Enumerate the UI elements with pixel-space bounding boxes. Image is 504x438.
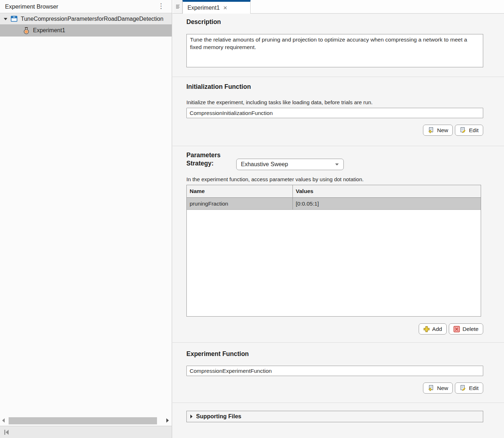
parameters-table-header: Name Values <box>187 185 481 198</box>
document-bar-icon[interactable] <box>173 0 182 13</box>
document-tab-bar: Experiment1 × <box>172 0 504 14</box>
section-experiment-function: Experiment Function New <box>172 343 504 403</box>
strategy-label: Strategy: <box>186 160 214 167</box>
initialization-edit-button[interactable]: Edit <box>455 125 483 136</box>
tree-item-experiment1[interactable]: Experiment1 <box>0 24 172 37</box>
parameters-heading: Parameters <box>186 151 220 159</box>
edit-document-icon <box>460 385 466 391</box>
chevron-down-icon[interactable] <box>4 18 8 20</box>
add-plus-icon <box>423 326 430 332</box>
panel-title: Experiment Browser <box>5 0 58 13</box>
panel-menu-icon[interactable]: ⋮ <box>156 0 166 12</box>
button-label: New <box>437 385 448 391</box>
panel-bottom-bar <box>0 426 172 438</box>
horizontal-scrollbar[interactable] <box>0 416 172 426</box>
experiment-function-edit-button[interactable]: Edit <box>455 382 483 394</box>
experiment-detail-panel: Experiment1 × Description Tune the relat… <box>172 0 504 438</box>
description-heading: Description <box>186 18 221 26</box>
description-textarea[interactable]: Tune the relative amounts of pruning and… <box>186 34 483 67</box>
button-label: Add <box>432 326 442 332</box>
new-document-icon <box>428 127 434 134</box>
scroll-right-icon[interactable] <box>166 418 169 423</box>
close-icon[interactable]: × <box>223 4 227 11</box>
experiment-function-new-button[interactable]: New <box>423 382 453 394</box>
experiment-manager-window: Experiment Browser ⋮ TuneCompressionPara… <box>0 0 504 438</box>
experiment-function-input[interactable] <box>186 366 483 376</box>
parameters-helper-text: In the experiment function, access param… <box>186 176 363 182</box>
initialization-function-input[interactable] <box>186 108 483 118</box>
scroll-left-icon[interactable] <box>2 418 5 423</box>
column-header-name[interactable]: Name <box>187 185 293 197</box>
section-supporting-files: Supporting Files <box>172 403 504 438</box>
parameter-name-cell[interactable]: pruningFraction <box>187 198 293 210</box>
add-parameter-button[interactable]: Add <box>419 323 447 334</box>
section-initialization-function: Initialization Function Initialize the e… <box>172 77 504 146</box>
button-label: New <box>437 127 448 134</box>
project-box-icon <box>11 16 18 22</box>
initialization-new-button[interactable]: New <box>423 125 453 136</box>
supporting-files-heading: Supporting Files <box>196 413 241 420</box>
experiment-browser-panel: Experiment Browser ⋮ TuneCompressionPara… <box>0 0 172 438</box>
project-name-label: TuneCompressionParametersforRoadDamageDe… <box>21 16 163 22</box>
delete-parameter-button[interactable]: Delete <box>449 323 483 334</box>
delete-x-icon <box>453 326 460 332</box>
initialization-helper-text: Initialize the experiment, including tas… <box>186 99 372 105</box>
supporting-files-expander[interactable]: Supporting Files <box>186 411 483 422</box>
parameters-table: Name Values pruningFraction [0:0.05:1] <box>186 185 481 317</box>
chevron-down-icon <box>335 163 339 166</box>
scrollbar-thumb[interactable] <box>9 417 157 424</box>
new-document-icon <box>428 385 434 391</box>
initialization-heading: Initialization Function <box>186 83 251 91</box>
chevron-right-icon <box>190 414 193 419</box>
section-parameters: Parameters Strategy: Exhaustive Sweep In… <box>172 146 504 343</box>
collapse-panel-icon[interactable] <box>3 428 10 436</box>
tab-label: Experiment1 <box>187 5 220 11</box>
button-label: Edit <box>469 127 479 134</box>
column-header-values[interactable]: Values <box>293 185 481 197</box>
experiment-flask-icon <box>23 27 30 34</box>
button-label: Edit <box>469 385 479 391</box>
table-row[interactable]: pruningFraction [0:0.05:1] <box>187 198 481 210</box>
tree-item-project[interactable]: TuneCompressionParametersforRoadDamageDe… <box>0 13 172 24</box>
parameter-values-cell[interactable]: [0:0.05:1] <box>293 198 481 210</box>
strategy-dropdown[interactable]: Exhaustive Sweep <box>236 159 344 170</box>
section-description: Description Tune the relative amounts of… <box>172 14 504 77</box>
edit-document-icon <box>460 127 466 134</box>
experiment-name-label: Experiment1 <box>33 27 65 34</box>
experiment-browser-header: Experiment Browser ⋮ <box>0 0 172 13</box>
button-label: Delete <box>462 326 479 332</box>
experiment-function-heading: Experiment Function <box>186 350 249 358</box>
strategy-selected-value: Exhaustive Sweep <box>241 161 335 168</box>
experiment-form: Description Tune the relative amounts of… <box>172 14 504 438</box>
tab-experiment1[interactable]: Experiment1 × <box>182 0 251 14</box>
